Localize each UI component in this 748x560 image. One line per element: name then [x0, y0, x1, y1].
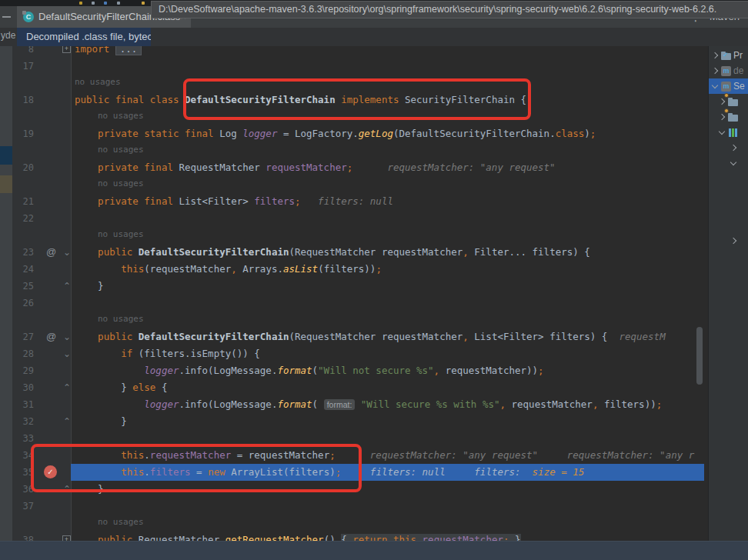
line-number[interactable]: 30: [11, 379, 34, 396]
fold-collapse-icon[interactable]: ⌃: [63, 379, 71, 396]
line-number[interactable]: 31: [11, 396, 34, 413]
code-line[interactable]: 35✓ this.filters = new ArrayList(filters…: [0, 464, 708, 481]
line-number[interactable]: 20: [11, 159, 34, 176]
maven-tree-item-se[interactable]: mSe: [709, 78, 748, 94]
chevron-right-icon[interactable]: [719, 114, 725, 120]
no-usages-row: no usages: [0, 312, 708, 328]
code-text: }: [75, 413, 127, 430]
breakpoint-icon[interactable]: ✓: [44, 465, 57, 478]
maven-tree-item[interactable]: [709, 94, 748, 109]
line-number[interactable]: 24: [11, 261, 34, 278]
annotation-at-icon: @: [46, 328, 56, 345]
no-usages-label: no usages: [98, 229, 144, 239]
annotation-at-icon: @: [46, 244, 56, 261]
fold-collapse-icon[interactable]: ⌃: [63, 481, 71, 498]
code-line[interactable]: 34 this.requestMatcher = requestMatcher;…: [0, 447, 708, 464]
maven-tree-label: de: [733, 63, 743, 78]
fold-plus-icon[interactable]: +: [62, 535, 71, 541]
code-line[interactable]: 25⌃ }: [0, 278, 708, 295]
line-number[interactable]: 32: [11, 413, 34, 430]
code-line[interactable]: 8+import ...: [0, 46, 708, 58]
code-line[interactable]: 30⌃ } else {: [0, 379, 708, 396]
code-line[interactable]: 19 private static final Log logger = Log…: [0, 125, 708, 142]
fold-plus-icon[interactable]: +: [62, 46, 71, 53]
maven-tree-item[interactable]: [709, 140, 748, 155]
toolbar-icon-fragment: [79, 2, 82, 5]
code-line[interactable]: 17: [0, 58, 708, 75]
no-usages-row: no usages: [0, 142, 708, 159]
chevron-right-icon[interactable]: [712, 52, 718, 58]
code-line[interactable]: 33: [0, 430, 708, 447]
code-editor[interactable]: 8+import ...17no usages18public final cl…: [0, 46, 708, 541]
line-number[interactable]: 8: [11, 46, 34, 58]
line-number[interactable]: 36: [11, 481, 34, 498]
chevron-right-icon[interactable]: [712, 68, 718, 74]
chevron-right-icon[interactable]: [719, 98, 725, 105]
line-number[interactable]: 23: [11, 244, 34, 261]
chevron-right-icon[interactable]: [730, 145, 736, 151]
maven-tree-item[interactable]: [709, 109, 748, 125]
line-number[interactable]: 28: [11, 345, 34, 362]
vertical-scrollbar-thumb[interactable]: [696, 327, 703, 385]
code-line[interactable]: 31 logger.info(LogMessage.format( format…: [0, 396, 708, 413]
fold-expand-icon[interactable]: ⌄: [63, 345, 71, 362]
maven-tree-item-de[interactable]: mde: [709, 63, 748, 78]
chevron-down-icon[interactable]: [719, 128, 725, 135]
maven-tree-item-pr[interactable]: ✓Pr: [709, 48, 748, 63]
line-number[interactable]: 26: [11, 295, 34, 312]
maven-module-icon: m: [721, 82, 731, 92]
maven-tree-item[interactable]: [709, 155, 748, 171]
code-text: }: [75, 278, 104, 295]
line-number[interactable]: 33: [11, 430, 34, 447]
maven-tool-window[interactable]: ✓PrmdemSe: [708, 46, 748, 541]
chevron-down-icon[interactable]: [730, 159, 736, 165]
line-number[interactable]: 18: [11, 92, 34, 108]
line-number[interactable]: 38: [11, 532, 34, 541]
no-usages-row: no usages: [0, 515, 708, 532]
code-line[interactable]: 21 private final List<Filter> filters; f…: [0, 193, 708, 210]
library-bar: [732, 128, 734, 137]
line-number[interactable]: 34: [11, 447, 34, 464]
code-line[interactable]: 36⌃ }: [0, 481, 708, 498]
line-number[interactable]: 27: [11, 328, 34, 345]
code-line[interactable]: 38+ public RequestMatcher getRequestMatc…: [0, 532, 708, 541]
code-line[interactable]: 27@⌄ public DefaultSecurityFilterChain(R…: [0, 328, 708, 345]
chevron-down-icon[interactable]: [712, 82, 718, 88]
maven-tree-item[interactable]: [709, 233, 748, 248]
code-line[interactable]: 26: [0, 295, 708, 312]
line-number[interactable]: 25: [11, 278, 34, 295]
line-number[interactable]: 19: [11, 125, 34, 142]
line-number[interactable]: 21: [11, 193, 34, 210]
minimize-dash-icon: [2, 16, 11, 18]
fold-expand-icon[interactable]: ⌄: [63, 244, 71, 261]
code-line[interactable]: 18public final class DefaultSecurityFilt…: [0, 92, 708, 108]
gear-icon: [724, 108, 729, 113]
folder-base: [728, 99, 738, 106]
code-line[interactable]: 22: [0, 210, 708, 227]
code-line[interactable]: 20 private final RequestMatcher requestM…: [0, 159, 708, 176]
line-number[interactable]: 17: [11, 58, 34, 75]
code-line[interactable]: 23@⌄ public DefaultSecurityFilterChain(R…: [0, 244, 708, 261]
fold-collapse-icon[interactable]: ⌃: [63, 413, 71, 430]
fold-expand-icon[interactable]: ⌄: [63, 328, 71, 345]
decompiled-banner: Decompiled .class file, bytec: [17, 28, 151, 46]
maven-tree-item[interactable]: [709, 125, 748, 140]
file-path-tooltip: D:\DeveSoftware\apache-maven-3.6.3\repos…: [151, 1, 748, 18]
no-usages-row: no usages: [0, 227, 708, 244]
no-usages-row: no usages: [0, 75, 708, 92]
chevron-right-icon[interactable]: [730, 238, 736, 244]
code-text: this.filters = new ArrayList(filters); f…: [75, 464, 584, 481]
line-number[interactable]: 35: [11, 464, 34, 481]
fold-collapse-icon[interactable]: ⌃: [63, 278, 71, 295]
code-line[interactable]: 28⌄ if (filters.isEmpty()) {: [0, 345, 708, 362]
code-line[interactable]: 29 logger.info(LogMessage.format("Will n…: [0, 362, 708, 379]
line-number[interactable]: 22: [11, 210, 34, 227]
no-usages-label: no usages: [98, 111, 144, 121]
code-line[interactable]: 32⌃ }: [0, 413, 708, 430]
toolbar-icon-fragment: [92, 2, 95, 5]
line-number[interactable]: 29: [11, 362, 34, 379]
line-number[interactable]: 37: [11, 498, 34, 515]
code-text: if (filters.isEmpty()) {: [75, 345, 260, 362]
code-line[interactable]: 37: [0, 498, 708, 515]
code-line[interactable]: 24 this(requestMatcher, Arrays.asList(fi…: [0, 261, 708, 278]
